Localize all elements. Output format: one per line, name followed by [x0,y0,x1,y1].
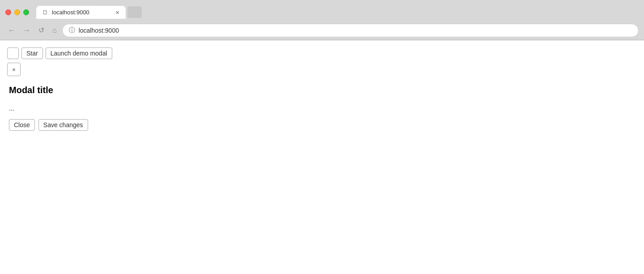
tab-bar: 🗋 localhost:9000 × [0,0,644,21]
close-button[interactable]: Close [9,119,35,131]
url-display: localhost:9000 [79,27,119,34]
tab-close-button[interactable]: × [115,9,119,16]
traffic-lights [5,9,29,15]
modal-title: Modal title [9,85,635,95]
tab-page-icon: 🗋 [42,9,48,16]
back-button[interactable]: ← [5,25,18,36]
maximize-window-button[interactable] [23,9,29,15]
address-bar[interactable]: ⓘ localhost:9000 [62,24,639,37]
tab-title: localhost:9000 [52,9,89,16]
modal-footer: Close Save changes [9,119,635,131]
toolbar-row-1: Star Launch demo modal [7,47,637,59]
checkbox-button[interactable] [7,47,19,59]
forward-button[interactable]: → [21,25,33,36]
star-button[interactable]: Star [21,47,43,59]
address-bar-row: ← → ↺ ⌂ ⓘ localhost:9000 [0,21,644,40]
home-button[interactable]: ⌂ [50,25,59,36]
active-tab[interactable]: 🗋 localhost:9000 × [36,6,126,19]
reload-button[interactable]: ↺ [36,24,47,36]
save-changes-button[interactable]: Save changes [38,119,88,131]
toolbar-row-2: × [7,63,637,76]
close-x-button[interactable]: × [7,63,21,76]
new-tab-area [127,6,142,18]
launch-demo-modal-button[interactable]: Launch demo modal [46,47,112,59]
modal-body-text: ... [9,104,635,112]
close-window-button[interactable] [5,9,11,15]
browser-chrome: 🗋 localhost:9000 × ← → ↺ ⌂ ⓘ localhost:9… [0,0,644,40]
info-icon: ⓘ [69,26,75,34]
modal-section: Modal title ... Close Save changes [7,85,637,131]
page-content: Star Launch demo modal × Modal title ...… [0,40,644,274]
minimize-window-button[interactable] [14,9,20,15]
